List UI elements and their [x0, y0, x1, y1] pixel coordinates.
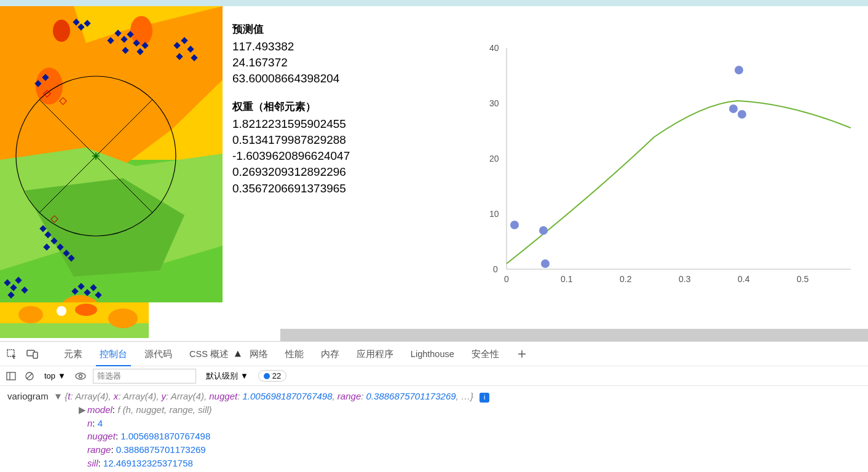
overview-raster: [0, 302, 149, 338]
issues-badge[interactable]: 22: [258, 370, 286, 382]
console-property: range: 0.3886875701173269: [79, 443, 861, 457]
svg-point-4: [53, 20, 70, 42]
devtools-tab-4[interactable]: 网络: [241, 342, 277, 366]
expand-icon[interactable]: ▶: [79, 403, 87, 417]
svg-point-25: [79, 374, 82, 377]
data-point: [541, 259, 550, 268]
prediction-value: 117.493382: [232, 39, 467, 55]
issues-count: 22: [272, 371, 281, 380]
log-level-selector[interactable]: 默认级别 ▼: [202, 369, 252, 383]
clear-console-icon[interactable]: [23, 370, 36, 382]
devtools-tab-0[interactable]: 元素: [55, 342, 91, 366]
devtools-tab-1[interactable]: 控制台: [91, 342, 136, 366]
console-output[interactable]: variogram ▼ {t: Array(4), x: Array(4), y…: [0, 386, 868, 472]
data-point: [729, 104, 738, 113]
data-point: [539, 226, 548, 235]
console-property: ▶model: f (h, nugget, range, sill): [79, 403, 861, 417]
prediction-title: 预测值: [232, 22, 467, 36]
data-point: [738, 110, 746, 119]
info-dot-icon: [264, 373, 270, 379]
devtools-panel: 元素控制台源代码CSS 概述网络性能内存应用程序Lighthouse安全性 to…: [0, 341, 868, 472]
log-level-label: 默认级别: [206, 371, 238, 382]
y-tick: 40: [489, 43, 499, 53]
top-accent-bar: [0, 0, 868, 6]
console-property: nugget: 1.0056981870767498: [79, 430, 861, 443]
y-tick: 30: [489, 98, 499, 108]
expand-icon[interactable]: ▼: [53, 390, 62, 403]
svg-rect-19: [33, 352, 37, 358]
weight-value: -1.6039620896624047: [232, 148, 467, 164]
weight-value: 1.8212231595902455: [232, 116, 467, 132]
weight-value: 0.5134179987829288: [232, 132, 467, 148]
map-column: [0, 6, 223, 341]
live-expression-icon[interactable]: [74, 370, 87, 382]
svg-rect-20: [7, 372, 15, 380]
console-property: n: 4: [79, 417, 861, 430]
filter-input[interactable]: [93, 369, 196, 384]
x-tick: 0.4: [738, 274, 749, 284]
y-tick: 20: [489, 154, 499, 163]
inspect-icon[interactable]: [5, 347, 18, 361]
x-tick: 0.5: [797, 274, 808, 284]
console-toolbar: top ▼ 默认级别 ▼ 22: [0, 366, 868, 386]
devtools-tab-7[interactable]: 应用程序: [348, 342, 402, 366]
x-tick: 0: [504, 274, 509, 284]
variogram-chart[interactable]: 0 10 20 30 40 0 0.1 0.2 0.3 0.4 0.5: [482, 36, 851, 294]
chart-svg: [482, 36, 851, 294]
console-line: variogram ▼ {t: Array(4), x: Array(4), y…: [7, 390, 861, 403]
context-label: top: [44, 371, 55, 380]
variogram-chart-panel: 0 10 20 30 40 0 0.1 0.2 0.3 0.4 0.5: [467, 6, 868, 341]
devtools-tab-6[interactable]: 内存: [312, 342, 348, 366]
data-point: [735, 66, 743, 74]
info-icon[interactable]: i: [479, 393, 489, 403]
devtools-tabs: 元素控制台源代码CSS 概述网络性能内存应用程序Lighthouse安全性: [0, 342, 868, 366]
kriging-map[interactable]: [0, 6, 223, 302]
add-tab-icon[interactable]: [515, 347, 529, 361]
x-tick: 0.2: [620, 274, 631, 284]
devtools-tab-9[interactable]: 安全性: [463, 342, 508, 366]
info-panel: 预测值 117.493382 24.167372 63.600086643982…: [223, 6, 467, 341]
svg-point-12: [75, 304, 97, 316]
x-tick: 0.1: [561, 274, 572, 284]
y-tick: 10: [489, 209, 499, 219]
devtools-tab-3[interactable]: CSS 概述: [181, 342, 237, 366]
prediction-value: 63.60008664398204: [232, 71, 467, 87]
devtools-tab-8[interactable]: Lighthouse: [402, 342, 463, 366]
context-selector[interactable]: top ▼: [42, 370, 68, 382]
weight-value: 0.2693209312892296: [232, 164, 467, 180]
console-property: sill: 12.469132325371758: [79, 457, 861, 470]
svg-point-11: [18, 306, 43, 323]
device-toggle-icon[interactable]: [26, 347, 39, 361]
svg-point-14: [57, 306, 66, 316]
x-tick: 0.3: [679, 274, 690, 284]
chevron-down-icon: ▼: [58, 371, 66, 380]
svg-line-23: [27, 374, 32, 379]
devtools-tab-2[interactable]: 源代码: [136, 342, 181, 366]
weight-value: 0.3567206691373965: [232, 181, 467, 197]
weights-title: 权重（相邻元素）: [232, 100, 467, 114]
svg-point-13: [108, 309, 138, 328]
prediction-value: 24.167372: [232, 55, 467, 71]
svg-point-24: [76, 373, 85, 379]
y-tick: 0: [493, 264, 498, 274]
sidebar-toggle-icon[interactable]: [5, 370, 17, 382]
horizontal-scrollbar[interactable]: [280, 329, 868, 341]
svg-point-3: [130, 16, 152, 45]
overview-map[interactable]: [0, 302, 149, 338]
main-content: 预测值 117.493382 24.167372 63.600086643982…: [0, 6, 868, 341]
chevron-down-icon: ▼: [240, 371, 248, 380]
data-point: [510, 221, 519, 229]
devtools-tab-5[interactable]: 性能: [277, 342, 312, 366]
